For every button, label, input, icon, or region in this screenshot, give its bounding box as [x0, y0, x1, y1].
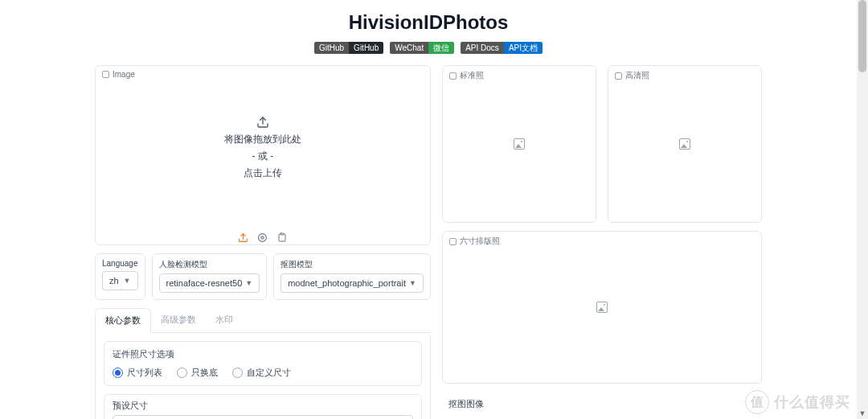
- matting-model-select[interactable]: modnet_photographic_portrait ▼: [280, 273, 424, 293]
- output-standard-header: 标准照: [449, 70, 484, 81]
- watermark-logo-icon: 值: [745, 390, 769, 414]
- tab-watermark[interactable]: 水印: [206, 308, 243, 332]
- language-label: Language: [102, 259, 138, 268]
- matting-model-field: 抠图模型 modnet_photographic_portrait ▼: [273, 253, 431, 300]
- image-upload-panel[interactable]: Image 将图像拖放到此处 - 或 - 点击上传: [95, 65, 431, 245]
- github-badge-value: GitHub: [349, 42, 383, 54]
- radio-bg-only-label: 只换底: [191, 367, 218, 379]
- apidocs-badge-value: API文档: [504, 42, 542, 54]
- matte-section-label: 抠图图像: [448, 398, 762, 410]
- svg-point-3: [261, 236, 264, 238]
- output-layout6-header: 六寸排版照: [449, 236, 500, 247]
- output-hd-panel[interactable]: 高清照: [608, 65, 762, 223]
- size-option-title: 证件照尺寸选项: [113, 348, 413, 360]
- language-value: zh: [109, 276, 119, 285]
- upload-dropzone[interactable]: 将图像拖放到此处 - 或 - 点击上传: [96, 66, 430, 228]
- radio-icon: [113, 368, 123, 378]
- webcam-icon[interactable]: [257, 232, 268, 243]
- language-select[interactable]: zh ▼: [102, 271, 138, 290]
- image-icon: [102, 71, 109, 78]
- upload-icon: [256, 115, 270, 129]
- upload-toolbar: [96, 228, 430, 246]
- output-standard-label: 标准照: [460, 70, 484, 81]
- upload-text-1: 将图像拖放到此处: [224, 133, 301, 146]
- page-title: HivisionIDPhotos: [0, 11, 857, 34]
- upload-text-2: - 或 -: [252, 150, 274, 163]
- wechat-badge-value: 微信: [428, 42, 454, 54]
- apidocs-badge-label: API Docs: [461, 42, 504, 54]
- image-placeholder-icon: [514, 138, 525, 150]
- image-icon: [449, 238, 457, 245]
- scrollbar-thumb[interactable]: [858, 0, 866, 72]
- radio-custom-size[interactable]: 自定义尺寸: [232, 367, 291, 379]
- preset-size-group: 预设尺寸 一寸 (413, 295) ▼: [104, 394, 422, 419]
- output-standard-panel[interactable]: 标准照: [442, 65, 596, 223]
- upload-action-icon[interactable]: [238, 232, 249, 243]
- preset-size-select[interactable]: 一寸 (413, 295) ▼: [113, 415, 413, 419]
- watermark-text: 什么值得买: [774, 392, 850, 412]
- radio-bg-only[interactable]: 只换底: [177, 367, 218, 379]
- output-layout6-panel[interactable]: 六寸排版照: [442, 231, 762, 384]
- param-tabs: 核心参数 高级参数 水印: [95, 308, 431, 333]
- apidocs-badge[interactable]: API Docs API文档: [461, 42, 542, 54]
- vertical-scrollbar[interactable]: ▲ ▼: [857, 0, 868, 419]
- size-option-group: 证件照尺寸选项 尺寸列表 只换底: [104, 341, 422, 386]
- wechat-badge[interactable]: WeChat 微信: [390, 42, 454, 54]
- image-upload-header: Image: [102, 70, 135, 79]
- radio-icon: [232, 368, 243, 378]
- image-upload-label: Image: [113, 70, 135, 79]
- chevron-down-icon: ▼: [124, 277, 131, 285]
- face-model-select[interactable]: retinaface-resnet50 ▼: [159, 273, 260, 293]
- image-icon: [449, 72, 457, 80]
- image-icon: [615, 72, 622, 80]
- preset-size-label: 预设尺寸: [113, 400, 413, 412]
- radio-size-list[interactable]: 尺寸列表: [113, 367, 162, 379]
- tab-advanced[interactable]: 高级参数: [151, 308, 206, 332]
- language-field: Language zh ▼: [95, 253, 145, 300]
- tab-core-body: 证件照尺寸选项 尺寸列表 只换底: [95, 333, 431, 419]
- matting-model-value: modnet_photographic_portrait: [288, 278, 406, 288]
- scroll-down-icon[interactable]: ▼: [857, 408, 868, 419]
- badge-row: GitHub GitHub WeChat 微信 API Docs API文档: [0, 42, 857, 54]
- chevron-down-icon: ▼: [409, 279, 416, 287]
- image-placeholder-icon: [679, 138, 690, 150]
- face-model-value: retinaface-resnet50: [166, 278, 243, 288]
- upload-text-3: 点击上传: [244, 166, 282, 180]
- radio-size-list-label: 尺寸列表: [127, 367, 162, 379]
- tab-core[interactable]: 核心参数: [95, 308, 151, 333]
- github-badge-label: GitHub: [314, 42, 349, 54]
- clipboard-icon[interactable]: [276, 232, 288, 243]
- face-model-label: 人脸检测模型: [159, 259, 260, 270]
- image-placeholder-icon: [596, 302, 608, 313]
- svg-rect-4: [280, 233, 284, 235]
- github-badge[interactable]: GitHub GitHub: [314, 42, 383, 54]
- site-watermark: 值 什么值得买: [745, 390, 850, 414]
- chevron-down-icon: ▼: [245, 279, 252, 287]
- face-model-field: 人脸检测模型 retinaface-resnet50 ▼: [152, 253, 268, 300]
- wechat-badge-label: WeChat: [390, 42, 428, 54]
- output-hd-header: 高清照: [615, 70, 649, 81]
- output-hd-label: 高清照: [625, 70, 649, 81]
- output-layout6-label: 六寸排版照: [460, 236, 500, 247]
- svg-point-2: [259, 233, 267, 241]
- radio-icon: [177, 368, 187, 378]
- matting-model-label: 抠图模型: [280, 259, 424, 270]
- radio-custom-size-label: 自定义尺寸: [247, 367, 291, 379]
